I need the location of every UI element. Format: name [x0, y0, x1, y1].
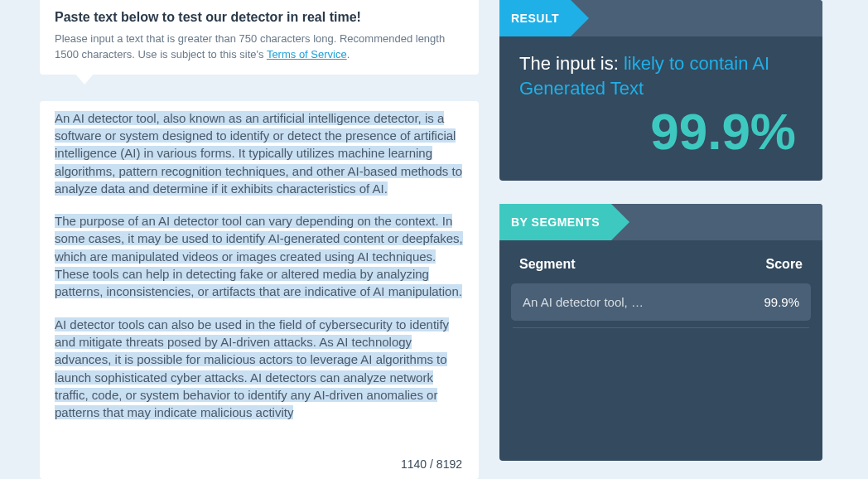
segment-row[interactable]: An AI detector tool, … 99.9% [511, 283, 811, 321]
result-prefix: The input is: [519, 53, 624, 74]
speech-tail [75, 73, 94, 85]
result-badge-bar: RESULT [499, 0, 822, 36]
input-panel: An AI detector tool, also known as an ar… [40, 101, 479, 479]
header-sub-after: . [347, 48, 350, 60]
text-input[interactable]: An AI detector tool, also known as an ar… [55, 109, 474, 452]
result-percent: 99.9% [519, 102, 803, 161]
segment-score: 99.9% [764, 295, 799, 309]
header-section: Paste text below to test our detector in… [40, 0, 479, 75]
header-sub-text: Please input a text that is greater than… [55, 32, 445, 60]
score-col-header: Score [766, 257, 803, 272]
input-paragraph-1: An AI detector tool, also known as an ar… [55, 111, 462, 196]
tos-link[interactable]: Terms of Service [267, 48, 347, 60]
result-text: The input is: likely to contain AI Gener… [519, 51, 803, 100]
char-count-current: 1140 [401, 457, 427, 471]
input-paragraph-3: AI detector tools can also be used in th… [55, 317, 449, 419]
segment-list: An AI detector tool, … 99.9% [499, 283, 822, 328]
segments-badge: BY SEGMENTS [499, 204, 611, 240]
segments-card: BY SEGMENTS Segment Score An AI detector… [499, 204, 822, 461]
char-count: 1140 / 8192 [55, 452, 474, 474]
segment-divider [513, 327, 809, 328]
input-paragraph-2: The purpose of an AI detector tool can v… [55, 214, 463, 298]
segments-headers: Segment Score [499, 240, 822, 283]
header-subtitle: Please input a text that is greater than… [55, 31, 464, 63]
segment-col-header: Segment [519, 257, 576, 272]
header-title: Paste text below to test our detector in… [55, 10, 464, 25]
segment-label: An AI detector tool, … [523, 295, 644, 309]
segments-badge-bar: BY SEGMENTS [499, 204, 822, 240]
result-card: RESULT The input is: likely to contain A… [499, 0, 822, 181]
result-badge: RESULT [499, 0, 571, 36]
char-count-max: 8192 [436, 457, 462, 471]
